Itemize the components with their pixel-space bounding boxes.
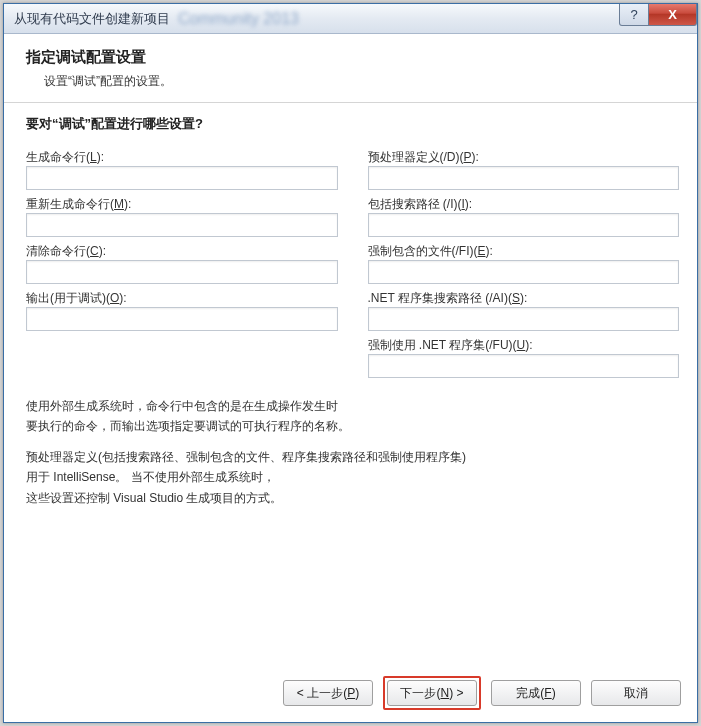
button-bar: < 上一步(P) 下一步(N) > 完成(F) 取消 bbox=[283, 676, 681, 710]
next-button-highlight: 下一步(N) > bbox=[383, 676, 481, 710]
help-button[interactable]: ? bbox=[619, 4, 649, 26]
window-title: 从现有代码文件创建新项目 bbox=[4, 10, 170, 28]
net-asm-input[interactable] bbox=[368, 307, 680, 331]
form-column-left: 生成命令行(L): 重新生成命令行(M): 清除命令行(C): 输出(用于调试)… bbox=[26, 143, 338, 378]
forced-net-label: 强制使用 .NET 程序集(/FU)(U): bbox=[368, 337, 680, 354]
titlebar-blur-text: Community 2013 bbox=[178, 10, 299, 28]
page-heading: 指定调试配置设置 bbox=[26, 48, 679, 67]
help-icon: ? bbox=[630, 7, 637, 22]
description-text: 使用外部生成系统时，命令行中包含的是在生成操作发生时 要执行的命令，而输出选项指… bbox=[26, 396, 679, 508]
build-cmd-label: 生成命令行(L): bbox=[26, 149, 338, 166]
titlebar: 从现有代码文件创建新项目 Community 2013 ? X bbox=[4, 4, 697, 34]
cancel-button[interactable]: 取消 bbox=[591, 680, 681, 706]
finish-button[interactable]: 完成(F) bbox=[491, 680, 581, 706]
preproc-label: 预处理器定义(/D)(P): bbox=[368, 149, 680, 166]
back-button[interactable]: < 上一步(P) bbox=[283, 680, 373, 706]
include-label: 包括搜索路径 (/I)(I): bbox=[368, 196, 680, 213]
build-cmd-input[interactable] bbox=[26, 166, 338, 190]
forced-include-input[interactable] bbox=[368, 260, 680, 284]
output-input[interactable] bbox=[26, 307, 338, 331]
divider bbox=[4, 102, 697, 103]
clean-cmd-input[interactable] bbox=[26, 260, 338, 284]
include-input[interactable] bbox=[368, 213, 680, 237]
close-button[interactable]: X bbox=[649, 4, 697, 26]
net-asm-label: .NET 程序集搜索路径 (/AI)(S): bbox=[368, 290, 680, 307]
content-area: 指定调试配置设置 设置“调试”配置的设置。 要对“调试”配置进行哪些设置? 生成… bbox=[4, 34, 697, 508]
form-grid: 生成命令行(L): 重新生成命令行(M): 清除命令行(C): 输出(用于调试)… bbox=[26, 143, 679, 378]
forced-include-label: 强制包含的文件(/FI)(E): bbox=[368, 243, 680, 260]
next-button[interactable]: 下一步(N) > bbox=[387, 680, 477, 706]
wizard-window: 从现有代码文件创建新项目 Community 2013 ? X 指定调试配置设置… bbox=[3, 3, 698, 723]
rebuild-cmd-input[interactable] bbox=[26, 213, 338, 237]
rebuild-cmd-label: 重新生成命令行(M): bbox=[26, 196, 338, 213]
section-question: 要对“调试”配置进行哪些设置? bbox=[26, 115, 679, 133]
output-label: 输出(用于调试)(O): bbox=[26, 290, 338, 307]
preproc-input[interactable] bbox=[368, 166, 680, 190]
titlebar-buttons: ? X bbox=[619, 4, 697, 26]
clean-cmd-label: 清除命令行(C): bbox=[26, 243, 338, 260]
close-icon: X bbox=[668, 7, 677, 22]
form-column-right: 预处理器定义(/D)(P): 包括搜索路径 (/I)(I): 强制包含的文件(/… bbox=[368, 143, 680, 378]
forced-net-input[interactable] bbox=[368, 354, 680, 378]
page-subheading: 设置“调试”配置的设置。 bbox=[44, 73, 679, 90]
